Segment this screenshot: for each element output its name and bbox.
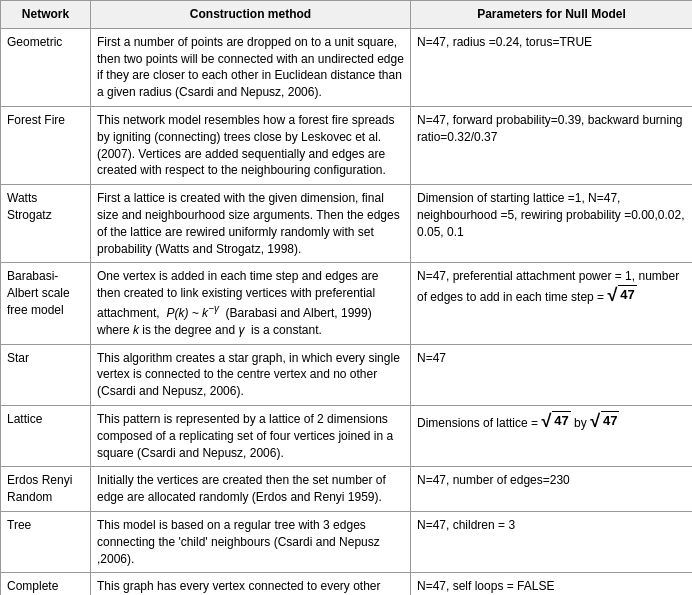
table-row: Erdos Renyi Random Initially the vertice… [1, 467, 693, 512]
header-params: Parameters for Null Model [411, 1, 693, 29]
header-construction: Construction method [91, 1, 411, 29]
network-name: Star [1, 344, 91, 405]
params-text: N=47, self loops = FALSE [411, 573, 693, 595]
network-name: Geometric [1, 28, 91, 106]
network-table: Network Construction method Parameters f… [0, 0, 692, 595]
params-prefix: Dimensions of lattice = [417, 416, 538, 430]
method-text: First a lattice is created with the give… [91, 185, 411, 263]
sqrt-47-2: √47 [590, 411, 619, 430]
table-row: Complete This graph has every vertex con… [1, 573, 693, 595]
method-text: First a number of points are dropped on … [91, 28, 411, 106]
params-text: Dimensions of lattice = √47 by √47 [411, 405, 693, 466]
table-row: Star This algorithm creates a star graph… [1, 344, 693, 405]
network-name: Barabasi-Albert scale free model [1, 263, 91, 344]
method-text: This pattern is represented by a lattice… [91, 405, 411, 466]
network-name: Complete [1, 573, 91, 595]
formula-pk: P(k) ~ k−γ [166, 306, 219, 320]
method-text: This algorithm creates a star graph, in … [91, 344, 411, 405]
params-prefix: N=47, preferential attachment power = 1,… [417, 269, 679, 303]
params-text: N=47, forward probability=0.39, backward… [411, 106, 693, 184]
method-text: This graph has every vertex connected to… [91, 573, 411, 595]
params-text: Dimension of starting lattice =1, N=47, … [411, 185, 693, 263]
params-text: N=47, children = 3 [411, 511, 693, 572]
params-text: N=47, radius =0.24, torus=TRUE [411, 28, 693, 106]
table-row: Watts Strogatz First a lattice is create… [1, 185, 693, 263]
method-text: This network model resembles how a fores… [91, 106, 411, 184]
table-row: Tree This model is based on a regular tr… [1, 511, 693, 572]
sqrt-47: √47 [607, 285, 636, 304]
sqrt-47-1: √47 [541, 411, 570, 430]
table-row: Lattice This pattern is represented by a… [1, 405, 693, 466]
params-text: N=47, preferential attachment power = 1,… [411, 263, 693, 344]
params-text: N=47, number of edges=230 [411, 467, 693, 512]
header-network: Network [1, 1, 91, 29]
method-text: Initially the vertices are created then … [91, 467, 411, 512]
params-text: N=47 [411, 344, 693, 405]
params-by: by [574, 416, 590, 430]
network-name: Lattice [1, 405, 91, 466]
network-name: Erdos Renyi Random [1, 467, 91, 512]
table-row: Barabasi-Albert scale free model One ver… [1, 263, 693, 344]
table-row: Forest Fire This network model resembles… [1, 106, 693, 184]
network-name: Watts Strogatz [1, 185, 91, 263]
network-name: Forest Fire [1, 106, 91, 184]
method-text: This model is based on a regular tree wi… [91, 511, 411, 572]
network-name: Tree [1, 511, 91, 572]
table-row: Geometric First a number of points are d… [1, 28, 693, 106]
method-text: One vertex is added in each time step an… [91, 263, 411, 344]
